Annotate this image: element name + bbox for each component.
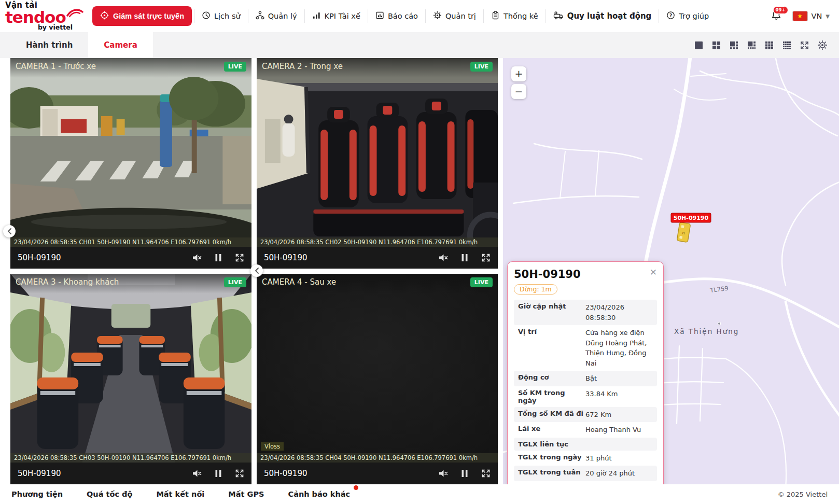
- camera-2-header: CAMERA 2 - Trong xe LIVE: [257, 58, 498, 78]
- expand-icon[interactable]: [235, 253, 244, 262]
- info-row: Vị tríCửa hàng xe điện Dũng Hoàng Phát, …: [514, 325, 657, 371]
- nav-item-label: Trợ giúp: [679, 12, 709, 20]
- camera-1-street-scene: [10, 58, 251, 247]
- expand-icon[interactable]: [481, 469, 491, 478]
- bottom-tab-phuong-tien[interactable]: Phương tiện: [11, 490, 63, 498]
- nav-item-label: Báo cáo: [388, 12, 418, 20]
- layout-2x2-icon[interactable]: [711, 40, 721, 50]
- camera-3-cabin-scene: [10, 274, 251, 463]
- bottom-tab-mat-gps[interactable]: Mất GPS: [228, 490, 264, 498]
- copyright-text: © 2025 Viettel: [778, 491, 828, 498]
- camera-cell-4: CAMERA 4 - Sau xe LIVE Vloss 23/04/2026 …: [257, 274, 498, 484]
- tab-camera[interactable]: Camera: [88, 32, 152, 58]
- camera-title: CAMERA 3 - Khoang khách: [16, 277, 119, 287]
- info-row: Số KM trong ngày33.84 Km: [514, 386, 657, 407]
- info-row: Lái xeHoang Thanh Vu: [514, 422, 657, 438]
- camera-4-control-bar: 50H-09190: [257, 463, 498, 484]
- vietnam-flag-icon: ★: [792, 11, 808, 21]
- gear-icon: [433, 11, 442, 21]
- vehicle-info-card: 50H-09190 ✕ Dừng: 1m Giờ cập nhật23/04/2…: [507, 261, 664, 484]
- zoom-in-button[interactable]: +: [511, 66, 526, 81]
- live-badge: LIVE: [224, 62, 246, 72]
- mute-icon[interactable]: [192, 253, 202, 262]
- mute-icon[interactable]: [438, 253, 448, 262]
- org-chart-icon: [256, 11, 264, 21]
- close-icon[interactable]: ✕: [650, 268, 657, 277]
- nav-item-quy-luat-hoat-dong[interactable]: Quy luật hoạt động: [546, 9, 659, 23]
- camera-title: CAMERA 1 - Trước xe: [16, 62, 96, 71]
- nav-item-thong-ke[interactable]: Thống kê: [483, 9, 546, 23]
- nav-item-label: Lịch sử: [214, 12, 241, 20]
- camera-4-osd: 23/04/2026 08:58:35 CH04 50H-09190 N11.9…: [257, 453, 498, 463]
- camera-1-osd: 23/04/2026 08:58:35 CH01 50H-09190 N11.9…: [10, 237, 251, 247]
- camera-2-osd: 23/04/2026 08:58:35 CH02 50H-09190 N11.9…: [257, 237, 498, 247]
- tendoo-logo[interactable]: Vận tải tendoo by viettel: [5, 2, 87, 31]
- camera-4-header: CAMERA 4 - Sau xe LIVE: [257, 274, 498, 293]
- info-row: Tổng số KM đã đi672 Km: [514, 407, 657, 423]
- expand-icon[interactable]: [481, 253, 491, 262]
- map-panel[interactable]: TL759 Xã Thiện Hưng n 50H-09190 + −: [503, 58, 839, 484]
- nav-item-label: Thống kê: [504, 12, 538, 20]
- bell-icon: [771, 13, 782, 23]
- nav-item-kpi-tai-xe[interactable]: KPI Tài xế: [304, 9, 368, 23]
- app-window: Vận tải tendoo by viettel Giám sát trực …: [0, 0, 839, 504]
- camera-2-video[interactable]: CAMERA 2 - Trong xe LIVE 23/04/2026 08:5…: [257, 58, 498, 247]
- nav-item-giam-sat-truc-tuyen[interactable]: Giám sát trực tuyến: [92, 6, 192, 26]
- bottom-tab-mat-ket-noi[interactable]: Mất kết nối: [156, 490, 204, 498]
- notification-badge: 09+: [773, 6, 788, 14]
- zoom-out-button[interactable]: −: [511, 84, 526, 99]
- camera-2-interior-scene: [257, 58, 498, 247]
- notifications-button[interactable]: 09+: [771, 9, 782, 23]
- chevron-down-icon: ▼: [826, 13, 830, 19]
- nav-item-tro-giup[interactable]: ? Trợ giúp: [659, 9, 716, 23]
- collapse-left-handle[interactable]: [3, 225, 16, 237]
- layout-3x3-icon[interactable]: [764, 40, 774, 50]
- logo-swoosh-icon: [66, 8, 84, 20]
- layout-4x4-icon[interactable]: [782, 40, 792, 50]
- nav-item-bao-cao[interactable]: Báo cáo: [368, 9, 425, 23]
- pause-icon[interactable]: [461, 469, 468, 478]
- camera-3-video[interactable]: CAMERA 3 - Khoang khách LIVE 23/04/2026 …: [10, 274, 251, 463]
- live-badge: LIVE: [470, 277, 493, 287]
- expand-icon[interactable]: [235, 469, 244, 478]
- help-icon: ?: [666, 11, 675, 21]
- camera-1-video[interactable]: CAMERA 1 - Trước xe LIVE 23/04/2026 08:5…: [10, 58, 251, 247]
- report-chart-icon: [375, 11, 384, 21]
- camera-4-dark-scene: [257, 274, 498, 463]
- camera-cell-3: CAMERA 3 - Khoang khách LIVE 23/04/2026 …: [10, 274, 251, 484]
- pause-icon[interactable]: [461, 254, 468, 262]
- tab-hanh-trinh[interactable]: Hành trình: [10, 32, 88, 58]
- mute-icon[interactable]: [192, 469, 202, 478]
- nav-item-label: Quản trị: [445, 12, 476, 20]
- nav-item-label: Giám sát trực tuyến: [113, 12, 184, 20]
- mute-icon[interactable]: [438, 469, 448, 478]
- nav-item-lich-su[interactable]: Lịch sử: [194, 9, 248, 23]
- fullscreen-icon[interactable]: [800, 40, 809, 50]
- plate-label: 50H-09190: [18, 253, 61, 262]
- place-label: Xã Thiện Hưng: [674, 327, 739, 335]
- target-icon: [100, 11, 109, 21]
- nav-item-quan-tri[interactable]: Quản trị: [425, 9, 483, 23]
- language-code: VN: [812, 12, 822, 20]
- settings-gear-icon[interactable]: [817, 40, 828, 50]
- pause-icon[interactable]: [215, 469, 222, 478]
- nav-item-label: KPI Tài xế: [325, 12, 360, 20]
- bottom-tab-canh-bao-khac[interactable]: Cảnh báo khác: [288, 490, 350, 498]
- main-content: CAMERA 1 - Trước xe LIVE 23/04/2026 08:5…: [0, 58, 839, 484]
- history-icon: [202, 11, 211, 21]
- camera-cell-1: CAMERA 1 - Trước xe LIVE 23/04/2026 08:5…: [10, 58, 251, 269]
- plate-label: 50H-09190: [264, 253, 307, 262]
- map-zoom-controls: + −: [511, 66, 526, 99]
- vehicle-plate-title: 50H-09190: [514, 268, 581, 281]
- nav-item-label: Quy luật hoạt động: [567, 11, 652, 21]
- pause-icon[interactable]: [215, 254, 222, 262]
- layout-1plus7-icon[interactable]: [747, 40, 757, 50]
- camera-1-header: CAMERA 1 - Trước xe LIVE: [10, 58, 251, 78]
- language-selector[interactable]: ★ VN ▼: [792, 11, 830, 21]
- collapse-mid-handle[interactable]: [250, 264, 263, 277]
- camera-4-video[interactable]: CAMERA 4 - Sau xe LIVE Vloss 23/04/2026 …: [257, 274, 498, 463]
- bottom-tab-qua-toc-do[interactable]: Quá tốc độ: [87, 490, 132, 498]
- layout-1-icon[interactable]: [694, 40, 704, 50]
- layout-1plus5-icon[interactable]: [729, 40, 739, 50]
- nav-item-quan-ly[interactable]: Quản lý: [248, 9, 304, 23]
